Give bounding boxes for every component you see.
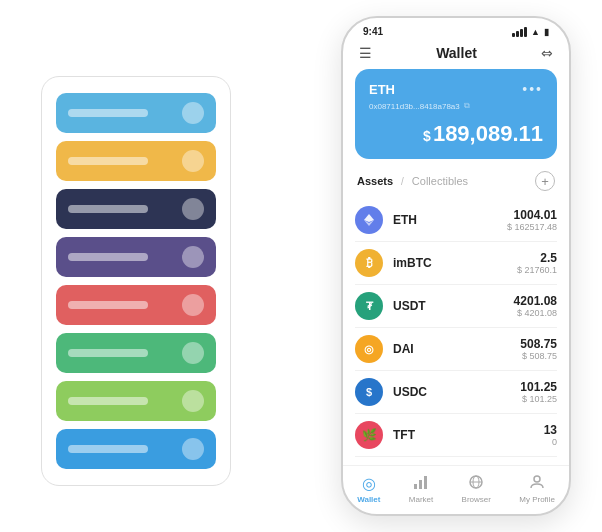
browser-nav-icon bbox=[468, 474, 484, 493]
asset-item-usdc[interactable]: $ USDC 101.25 $ 101.25 bbox=[355, 371, 557, 414]
nav-profile[interactable]: My Profile bbox=[519, 474, 555, 504]
card-line bbox=[68, 397, 148, 405]
tft-icon: 🌿 bbox=[355, 421, 383, 449]
asset-item-eth[interactable]: ETH 1004.01 $ 162517.48 bbox=[355, 199, 557, 242]
imbtc-icon: ₿ bbox=[355, 249, 383, 277]
card-line bbox=[68, 157, 148, 165]
svg-rect-3 bbox=[419, 480, 422, 489]
card-icon bbox=[182, 438, 204, 460]
card-item-red[interactable] bbox=[56, 285, 216, 325]
eth-amount: 1004.01 bbox=[507, 208, 557, 222]
usdc-usd: $ 101.25 bbox=[520, 394, 557, 404]
card-icon bbox=[182, 102, 204, 124]
signal-icon bbox=[512, 27, 527, 37]
card-line bbox=[68, 205, 148, 213]
status-icons: ▲ ▮ bbox=[512, 27, 549, 37]
svg-marker-0 bbox=[364, 214, 374, 222]
imbtc-name: imBTC bbox=[393, 256, 517, 270]
tab-assets[interactable]: Assets bbox=[357, 175, 393, 187]
card-icon bbox=[182, 294, 204, 316]
scan-icon[interactable]: ⇔ bbox=[541, 45, 553, 61]
copy-icon[interactable]: ⧉ bbox=[464, 101, 470, 111]
nav-browser[interactable]: Browser bbox=[462, 474, 491, 504]
card-item-purple[interactable] bbox=[56, 237, 216, 277]
asset-item-imbtc[interactable]: ₿ imBTC 2.5 $ 21760.1 bbox=[355, 242, 557, 285]
nav-browser-label: Browser bbox=[462, 495, 491, 504]
card-line bbox=[68, 445, 148, 453]
eth-card[interactable]: ETH ••• 0x08711d3b...8418a78a3 ⧉ $189,08… bbox=[355, 69, 557, 159]
card-item-blue[interactable] bbox=[56, 93, 216, 133]
eth-card-title: ETH bbox=[369, 82, 395, 97]
bottom-nav: ◎ Wallet Market Browser My Profile bbox=[343, 465, 569, 514]
eth-card-header: ETH ••• bbox=[369, 81, 543, 97]
nav-market[interactable]: Market bbox=[409, 474, 433, 504]
card-icon bbox=[182, 198, 204, 220]
eth-card-amount: $189,089.11 bbox=[369, 121, 543, 147]
eth-name: ETH bbox=[393, 213, 507, 227]
asset-list: ETH 1004.01 $ 162517.48 ₿ imBTC 2.5 $ 21… bbox=[343, 199, 569, 465]
nav-wallet[interactable]: ◎ Wallet bbox=[357, 474, 380, 504]
scene: 9:41 ▲ ▮ ☰ Wallet ⇔ ETH ••• bbox=[21, 16, 581, 516]
eth-amounts: 1004.01 $ 162517.48 bbox=[507, 208, 557, 232]
imbtc-usd: $ 21760.1 bbox=[517, 265, 557, 275]
usdc-amount: 101.25 bbox=[520, 380, 557, 394]
tab-divider: / bbox=[401, 176, 404, 187]
imbtc-amounts: 2.5 $ 21760.1 bbox=[517, 251, 557, 275]
asset-item-usdt[interactable]: ₮ USDT 4201.08 $ 4201.08 bbox=[355, 285, 557, 328]
dai-name: DAI bbox=[393, 342, 520, 356]
usdt-icon: ₮ bbox=[355, 292, 383, 320]
card-item-green[interactable] bbox=[56, 333, 216, 373]
usdt-amount: 4201.08 bbox=[514, 294, 557, 308]
svg-rect-4 bbox=[424, 476, 427, 489]
profile-nav-icon bbox=[529, 474, 545, 493]
card-icon bbox=[182, 150, 204, 172]
wifi-icon: ▲ bbox=[531, 27, 540, 37]
dai-icon: ◎ bbox=[355, 335, 383, 363]
usdt-usd: $ 4201.08 bbox=[514, 308, 557, 318]
card-line bbox=[68, 109, 148, 117]
assets-tabs: Assets / Collectibles bbox=[357, 175, 468, 187]
card-icon bbox=[182, 390, 204, 412]
eth-card-address: 0x08711d3b...8418a78a3 ⧉ bbox=[369, 101, 543, 111]
card-item-bright-blue[interactable] bbox=[56, 429, 216, 469]
card-item-dark[interactable] bbox=[56, 189, 216, 229]
wallet-title: Wallet bbox=[436, 45, 477, 61]
eth-card-menu-dots[interactable]: ••• bbox=[522, 81, 543, 97]
assets-header: Assets / Collectibles + bbox=[343, 171, 569, 199]
nav-wallet-label: Wallet bbox=[357, 495, 380, 504]
dai-amount: 508.75 bbox=[520, 337, 557, 351]
eth-icon bbox=[355, 206, 383, 234]
usdc-name: USDC bbox=[393, 385, 520, 399]
wallet-nav-icon: ◎ bbox=[362, 474, 376, 493]
tab-collectibles[interactable]: Collectibles bbox=[412, 175, 468, 187]
add-asset-button[interactable]: + bbox=[535, 171, 555, 191]
usdc-amounts: 101.25 $ 101.25 bbox=[520, 380, 557, 404]
market-nav-icon bbox=[413, 474, 429, 493]
tft-amounts: 13 0 bbox=[544, 423, 557, 447]
usdt-amounts: 4201.08 $ 4201.08 bbox=[514, 294, 557, 318]
card-icon bbox=[182, 246, 204, 268]
card-stack bbox=[41, 76, 231, 486]
usdc-icon: $ bbox=[355, 378, 383, 406]
phone-header: ☰ Wallet ⇔ bbox=[343, 41, 569, 69]
card-item-light-green[interactable] bbox=[56, 381, 216, 421]
nav-profile-label: My Profile bbox=[519, 495, 555, 504]
svg-rect-2 bbox=[414, 484, 417, 489]
card-line bbox=[68, 253, 148, 261]
eth-usd: $ 162517.48 bbox=[507, 222, 557, 232]
asset-item-dai[interactable]: ◎ DAI 508.75 $ 508.75 bbox=[355, 328, 557, 371]
asset-item-tft[interactable]: 🌿 TFT 13 0 bbox=[355, 414, 557, 457]
dai-usd: $ 508.75 bbox=[520, 351, 557, 361]
menu-icon[interactable]: ☰ bbox=[359, 45, 372, 61]
card-item-yellow[interactable] bbox=[56, 141, 216, 181]
card-icon bbox=[182, 342, 204, 364]
time-display: 9:41 bbox=[363, 26, 383, 37]
status-bar: 9:41 ▲ ▮ bbox=[343, 18, 569, 41]
dai-amounts: 508.75 $ 508.75 bbox=[520, 337, 557, 361]
tft-amount: 13 bbox=[544, 423, 557, 437]
tft-name: TFT bbox=[393, 428, 544, 442]
nav-market-label: Market bbox=[409, 495, 433, 504]
phone: 9:41 ▲ ▮ ☰ Wallet ⇔ ETH ••• bbox=[341, 16, 571, 516]
svg-point-8 bbox=[534, 476, 540, 482]
card-line bbox=[68, 349, 148, 357]
